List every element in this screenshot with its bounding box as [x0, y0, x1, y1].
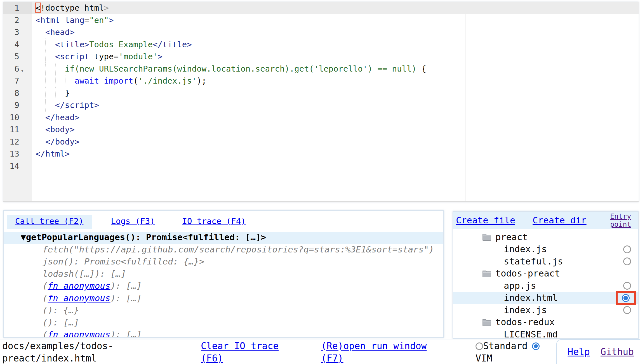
code-text: }	[36, 87, 70, 100]
call-tree-row[interactable]: ▼getPopularLanguages(): Promise<fulfille…	[4, 232, 443, 244]
file-tree-item-label: stateful.js	[504, 256, 563, 267]
file-tree-item-label: preact	[495, 232, 528, 242]
file-row-index-html[interactable]: index.html	[453, 292, 638, 304]
code-text: </body>	[36, 136, 79, 148]
code-line[interactable]: 6▾ if(new URLSearchParams(window.locatio…	[3, 63, 639, 75]
editor-mode-radio-group: StandardVIM	[476, 340, 545, 364]
call-tree: ▼getPopularLanguages(): Promise<fulfille…	[4, 232, 443, 338]
reopen-run-window-link[interactable]: (Re)open run window (F7)	[321, 340, 433, 364]
file-tree-item-label: index.js	[504, 244, 547, 254]
line-number: 2	[3, 14, 32, 27]
folder-row-preact[interactable]: preact	[453, 231, 638, 243]
code-line[interactable]: 11 <body>	[3, 124, 639, 136]
line-number: 13	[3, 148, 32, 160]
entry-point-marker	[616, 291, 636, 305]
code-text: </head>	[36, 112, 79, 124]
call-tree-row[interactable]: lodash([…]): […]	[4, 269, 443, 281]
code-editor[interactable]: 1<!doctype html>2<html lang="en">3 <head…	[3, 2, 639, 202]
file-tree-item-label: todos-preact	[495, 268, 560, 279]
file-tree-item-label: index.js	[504, 305, 547, 315]
line-number: 8	[3, 87, 32, 100]
current-file-path: docs/examples/todos-preact/index.html	[2, 340, 115, 364]
help-link[interactable]: Help	[568, 346, 590, 358]
code-line[interactable]: 3 <head>	[3, 26, 639, 39]
code-line[interactable]: 5 <script type='module'>	[3, 51, 639, 63]
line-number: 1	[3, 2, 32, 14]
file-tree-item-label: index.html	[504, 292, 558, 303]
call-tree-row[interactable]: (): {…}	[4, 305, 443, 317]
entry-point-radio[interactable]	[623, 245, 631, 253]
file-tree-header: Create file Create dir Entry point	[453, 212, 638, 229]
call-tree-row[interactable]: (): […]	[4, 317, 443, 330]
code-line[interactable]: 2<html lang="en">	[3, 14, 639, 27]
code-line[interactable]: 12 </body>	[3, 136, 639, 148]
editor-mode-radio-vim[interactable]	[532, 342, 540, 350]
folder-icon	[482, 233, 491, 241]
file-tree-item-label: todos-redux	[495, 317, 555, 327]
code-line[interactable]: 10 </head>	[3, 112, 639, 124]
github-link[interactable]: Github	[601, 346, 634, 358]
tab-logs-f3[interactable]: Logs (F3)	[102, 215, 163, 229]
editor-mode-label-standard[interactable]: Standard	[483, 341, 528, 351]
line-number: 12	[3, 136, 32, 148]
call-tree-row[interactable]: json(): Promise<fulfilled: {…}>	[4, 256, 443, 269]
code-text: if(new URLSearchParams(window.location.s…	[36, 63, 426, 75]
file-tree-item-label: LICENSE.md	[504, 329, 558, 339]
code-lines[interactable]: 1<!doctype html>2<html lang="en">3 <head…	[3, 2, 639, 172]
code-line[interactable]: 9 </script>	[3, 99, 639, 112]
line-number: 10	[3, 112, 32, 124]
folder-row-todos-redux[interactable]: todos-redux	[453, 316, 638, 328]
code-text: <head>	[36, 26, 75, 39]
editor-mode-radio-standard[interactable]	[476, 342, 483, 350]
code-line[interactable]: 4 <title>Todos Example</title>	[3, 39, 639, 51]
code-text: <html lang="en">	[36, 14, 114, 27]
entry-point-radio[interactable]	[622, 294, 630, 302]
entry-point-column-header[interactable]: Entry point	[610, 212, 634, 228]
call-tree-row[interactable]: (fn anonymous): […]	[4, 329, 443, 338]
file-row-index-js[interactable]: index.js	[453, 304, 638, 316]
help-box: Help Github	[556, 339, 640, 364]
entry-point-radio[interactable]	[623, 306, 631, 314]
code-text: </script>	[36, 99, 99, 112]
code-line[interactable]: 1<!doctype html>	[3, 2, 639, 14]
code-text: <title>Todos Example</title>	[36, 39, 192, 51]
entry-point-radio[interactable]	[623, 282, 631, 290]
line-number: 6	[3, 63, 32, 75]
call-tree-row[interactable]: (fn anonymous): […]	[4, 281, 443, 293]
line-number: 9	[3, 99, 32, 112]
create-dir-link[interactable]: Create dir	[533, 215, 587, 226]
code-text: <body>	[36, 124, 75, 136]
code-text: </html>	[36, 148, 70, 160]
file-row-index-js[interactable]: index.js	[453, 243, 638, 256]
line-number: 11	[3, 124, 32, 136]
clear-io-trace-link[interactable]: Clear IO trace (F6)	[201, 340, 293, 364]
call-tree-row[interactable]: fetch("https://api.github.com/search/rep…	[4, 244, 443, 257]
code-text: <!doctype html>	[36, 2, 109, 14]
file-row-license-md[interactable]: LICENSE.md	[453, 328, 638, 339]
code-line[interactable]: 7 await import('./index.js');	[3, 75, 639, 87]
fn-anonymous-link[interactable]: fn anonymous	[48, 293, 110, 303]
file-tree-panel: Create file Create dir Entry point preac…	[453, 211, 639, 339]
line-number: 3	[3, 26, 32, 39]
file-row-stateful-js[interactable]: stateful.js	[453, 255, 638, 268]
code-line[interactable]: 14	[3, 160, 639, 172]
folder-icon	[482, 318, 491, 326]
create-file-link[interactable]: Create file	[456, 215, 515, 226]
tab-io-trace-f4[interactable]: IO trace (F4)	[174, 215, 254, 229]
tab-call-tree-f2[interactable]: Call tree (F2)	[7, 215, 92, 229]
folder-icon	[482, 270, 491, 277]
code-line[interactable]: 8 }	[3, 87, 639, 100]
code-text: <script type='module'>	[36, 51, 163, 63]
folder-row-todos-preact[interactable]: todos-preact	[453, 268, 638, 280]
editor-mode-label-vim[interactable]: VIM	[476, 353, 492, 364]
fn-anonymous-link[interactable]: fn anonymous	[48, 329, 110, 338]
fn-anonymous-link[interactable]: fn anonymous	[48, 281, 110, 291]
code-line[interactable]: 13</html>	[3, 148, 639, 160]
entry-point-radio[interactable]	[623, 257, 631, 265]
call-tree-row[interactable]: (fn anonymous): […]	[4, 293, 443, 305]
panel-tabs: Call tree (F2)Logs (F3)IO trace (F4)	[4, 211, 443, 232]
file-tree: preactindex.jsstateful.jstodos-preactapp…	[453, 229, 638, 339]
line-number: 5	[3, 51, 32, 63]
file-row-app-js[interactable]: app.js	[453, 280, 638, 292]
file-tree-item-label: app.js	[504, 280, 536, 291]
